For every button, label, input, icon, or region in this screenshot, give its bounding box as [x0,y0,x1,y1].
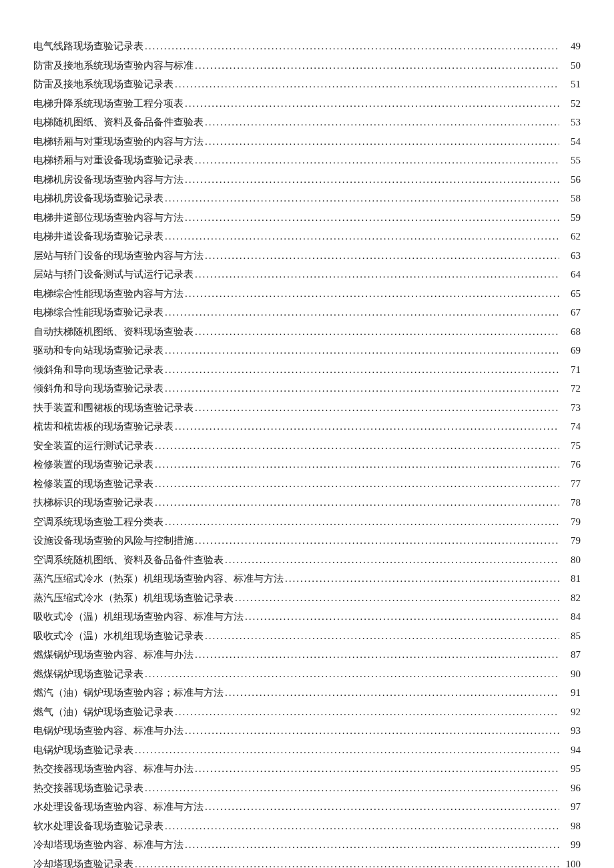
toc-entry-page: 93 [561,725,581,737]
toc-entry: 检修装置的现场查验记录表77 [33,478,581,490]
toc-leader-dots [205,801,559,813]
table-of-contents: 电气线路现场查验记录表49防雷及接地系统现场查验内容与标准50防雷及接地系统现场… [33,40,581,868]
toc-leader-dots [165,821,559,832]
toc-leader-dots [205,630,559,642]
toc-entry-title: 电梯机房设备现场查验内容与方法 [33,173,184,186]
toc-entry-title: 吸收式冷（温）水机组现场查验记录表 [33,630,204,642]
toc-entry: 电梯综合性能现场查验记录表67 [33,306,581,319]
toc-leader-dots [235,592,559,604]
toc-leader-dots [165,364,559,376]
toc-entry: 冷却塔现场查验内容、标准与方法99 [33,839,581,851]
toc-entry-page: 79 [561,535,581,546]
toc-entry-page: 85 [561,630,581,642]
toc-entry-title: 扶梯标识的现场查验记录表 [33,496,154,509]
toc-leader-dots [195,402,559,414]
toc-leader-dots [165,516,559,528]
toc-entry-title: 倾斜角和导向现场查验记录表 [33,364,164,376]
toc-entry: 软水处理设备现场查验记录表98 [33,820,581,833]
toc-entry-page: 95 [561,763,581,775]
toc-entry-page: 64 [561,269,581,280]
toc-leader-dots [195,763,559,775]
toc-entry-title: 扶手装置和围裙板的现场查验记录表 [33,402,194,414]
toc-entry-title: 电梯井道部位现场查验内容与方法 [33,211,184,224]
toc-entry-page: 59 [561,212,581,224]
toc-entry-title: 热交接器现场查验内容、标准与办法 [33,763,194,775]
toc-entry-page: 54 [561,136,581,147]
toc-entry: 扶梯标识的现场查验记录表78 [33,496,581,509]
toc-entry-title: 软水处理设备现场查验记录表 [33,820,164,833]
toc-entry-title: 燃煤锅炉现场查验内容、标准与办法 [33,648,194,661]
toc-leader-dots [195,535,559,546]
toc-entry: 吸收式冷（温）水机组现场查验记录表85 [33,630,581,642]
toc-entry-title: 蒸汽压缩式冷水（热泵）机组现场查验记录表 [33,592,234,604]
toc-entry-title: 梳齿和梳齿板的现场查验记录表 [33,420,174,433]
toc-leader-dots [185,725,559,737]
toc-entry-page: 80 [561,554,581,566]
toc-entry-page: 90 [561,669,581,680]
toc-entry-page: 75 [561,440,581,452]
toc-entry: 检修装置的现场查验记录表76 [33,458,581,471]
toc-entry: 电锅炉现场查验记录表94 [33,744,581,757]
toc-entry-page: 78 [561,497,581,508]
toc-entry: 热交接器现场查验记录表96 [33,782,581,795]
toc-entry-title: 电气线路现场查验记录表 [33,40,143,53]
toc-entry-page: 99 [561,839,581,851]
toc-entry: 热交接器现场查验内容、标准与办法95 [33,763,581,775]
toc-entry-title: 燃汽（油）锅炉现场查验内容；标准与方法 [33,687,224,699]
toc-entry: 燃煤锅炉现场查验记录表90 [33,668,581,681]
toc-entry-title: 电梯随机图纸、资料及备品备件查验表 [33,116,204,129]
toc-entry: 扶手装置和围裙板的现场查验记录表73 [33,402,581,414]
toc-entry: 层站与轿门设备测试与试运行记录表64 [33,268,581,281]
toc-leader-dots [175,707,559,718]
toc-leader-dots [195,155,559,166]
toc-entry-title: 层站与轿门设备测试与试运行记录表 [33,268,194,281]
toc-entry-title: 冷却塔现场查验内容、标准与方法 [33,839,184,851]
toc-entry-title: 电梯综合性能现场查验记录表 [33,306,164,319]
toc-entry-title: 驱动和专向站现场查验记录表 [33,344,164,357]
toc-leader-dots [165,231,559,242]
toc-entry: 空调系统随机图纸、资料及备品备件查验表80 [33,554,581,566]
toc-entry-page: 69 [561,345,581,356]
toc-entry-page: 98 [561,821,581,832]
toc-leader-dots [165,345,559,356]
toc-entry-title: 检修装置的现场查验记录表 [33,478,154,490]
toc-leader-dots [135,859,559,869]
toc-entry-title: 防雷及接地系统现场查验内容与标准 [33,59,194,72]
toc-entry-title: 空调系统随机图纸、资料及备品备件查验表 [33,554,224,566]
toc-entry-page: 49 [561,41,581,52]
toc-leader-dots [155,459,559,470]
toc-entry: 蒸汽压缩式冷水（热泵）机组现场查验记录表82 [33,592,581,604]
toc-entry: 电梯机房设备现场查验记录表58 [33,192,581,205]
toc-entry: 空调系统现场查验工程分类表79 [33,516,581,528]
toc-entry-title: 冷却塔现场查验记录表 [33,858,133,869]
toc-entry-title: 设施设备现场查验的风险与控制措施 [33,534,194,547]
toc-entry-page: 94 [561,745,581,756]
toc-entry: 倾斜角和导向现场查验记录表71 [33,364,581,376]
toc-entry: 层站与轿门设备的现场查验内容与方法63 [33,250,581,262]
toc-entry-title: 热交接器现场查验记录表 [33,782,143,795]
toc-entry-page: 68 [561,326,581,338]
toc-leader-dots [155,497,559,508]
toc-leader-dots [185,839,559,851]
toc-leader-dots [195,269,559,280]
toc-entry-title: 电梯综合性能现场查验内容与方法 [33,288,184,300]
toc-leader-dots [195,60,559,71]
toc-entry: 电梯升降系统现场查验工程分项表52 [33,97,581,110]
toc-entry-page: 79 [561,516,581,528]
toc-leader-dots [135,745,559,756]
toc-entry-page: 96 [561,783,581,794]
toc-entry-title: 燃气（油）锅炉现场查验记录表 [33,706,174,719]
toc-leader-dots [165,193,559,204]
toc-entry-page: 81 [561,573,581,584]
toc-entry-title: 电锅炉现场查验记录表 [33,744,133,757]
toc-leader-dots [225,554,559,566]
toc-entry-page: 52 [561,98,581,109]
toc-leader-dots [185,212,559,224]
toc-entry: 电锅炉现场查验内容、标准与办法93 [33,725,581,737]
toc-entry-title: 蒸汽压缩式冷水（热泵）机组现场查验内容、标准与方法 [33,572,284,585]
toc-entry-page: 67 [561,307,581,318]
toc-entry-title: 吸收式冷（温）机组现场查验内容、标准与方法 [33,610,244,623]
toc-entry: 电气线路现场查验记录表49 [33,40,581,53]
toc-entry: 吸收式冷（温）机组现场查验内容、标准与方法84 [33,610,581,623]
toc-entry-title: 自动扶梯随机图纸、资料现场查验表 [33,326,194,338]
